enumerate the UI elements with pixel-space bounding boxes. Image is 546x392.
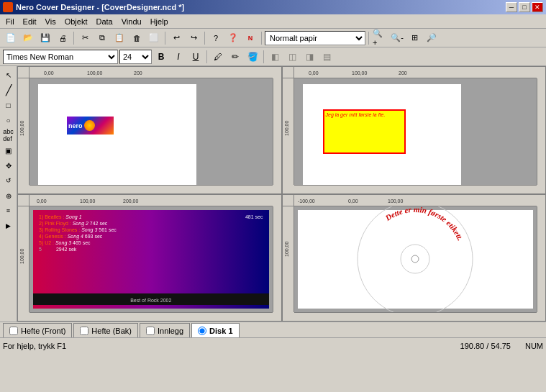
panel-top-left: 0,00 100,00 200 100,00 nero xyxy=(17,66,282,194)
extra-tool2[interactable]: ▶ xyxy=(1,219,16,233)
tab-checkbox-front[interactable] xyxy=(9,327,18,335)
sep1 xyxy=(73,32,74,45)
tab-hefte-bak[interactable]: Hefte (Bak) xyxy=(73,323,138,337)
align-center[interactable]: ◫ xyxy=(284,49,300,65)
maximize-button[interactable]: □ xyxy=(519,2,530,12)
copy-button[interactable]: ⧉ xyxy=(94,30,110,46)
svg-text:200: 200 xyxy=(134,70,142,76)
track-1: 1) Beatles : Song 1 481 sec xyxy=(39,214,263,219)
status-bar: For hjelp, trykk F1 190.80 / 54.75 NUM xyxy=(0,337,546,353)
pointer-tool[interactable]: ↖ xyxy=(1,68,16,82)
open-button[interactable]: 📂 xyxy=(20,30,36,46)
align-left[interactable]: ◧ xyxy=(267,49,283,65)
text-tool[interactable]: abcdef xyxy=(1,128,16,142)
image-tool[interactable]: ▣ xyxy=(1,143,16,158)
font-select[interactable]: Times New Roman xyxy=(3,50,118,64)
ruler-v-tr: 100,00 xyxy=(283,78,294,185)
cut-button[interactable]: ✂ xyxy=(77,30,93,46)
underline-button[interactable]: U xyxy=(188,49,204,65)
scrollbar-h-tl[interactable] xyxy=(29,185,273,193)
rect-tool[interactable]: □ xyxy=(1,98,16,112)
align-right[interactable]: ◨ xyxy=(301,49,317,65)
menu-edit[interactable]: Edit xyxy=(19,16,41,27)
track-5: 5) U2 : Song 3 465 sec xyxy=(39,240,263,245)
zoom-100[interactable]: 🔎 xyxy=(424,30,440,46)
track-4: 4) Genesis : Song 4 693 sec xyxy=(39,234,263,239)
svg-text:100,00: 100,00 xyxy=(19,120,24,136)
extra-tool1[interactable]: ≡ xyxy=(1,204,16,218)
zoom-out-button[interactable]: 🔍- xyxy=(389,30,405,46)
save-button[interactable]: 💾 xyxy=(37,30,53,46)
ruler-h-br: -100,00 0,00 100,00 xyxy=(294,195,537,206)
svg-text:100,00: 100,00 xyxy=(19,248,24,264)
bold-button[interactable]: B xyxy=(153,49,169,65)
menu-fil[interactable]: Fil xyxy=(1,16,19,27)
close-button[interactable]: ✕ xyxy=(532,2,543,12)
svg-text:100,00: 100,00 xyxy=(284,120,289,136)
new-button[interactable]: 📄 xyxy=(3,30,19,46)
canvas-content-br[interactable]: Dette er min første etikett. xyxy=(294,206,537,313)
main-toolbar: 📄 📂 💾 🖨 ✂ ⧉ 📋 🗑 ⬜ ↩ ↪ ? ❓ N Normalt papi… xyxy=(0,29,546,47)
tab-checkbox-innlegg[interactable] xyxy=(146,327,155,335)
format-btn2[interactable]: ⬜ xyxy=(146,30,162,46)
tab-innlegg[interactable]: Innlegg xyxy=(140,323,190,337)
nero-web[interactable]: N xyxy=(242,30,258,46)
zoom-fit[interactable]: ⊞ xyxy=(406,30,422,46)
zoom-in-button[interactable]: 🔍+ xyxy=(372,30,388,46)
move-tool[interactable]: ✥ xyxy=(1,158,16,173)
canvas-content-tl[interactable]: nero xyxy=(29,78,273,185)
menu-vis[interactable]: Vis xyxy=(41,16,60,27)
paint-button[interactable]: 🪣 xyxy=(245,49,260,65)
minimize-button[interactable]: ─ xyxy=(506,2,517,12)
paper-select[interactable]: Normalt papir xyxy=(265,31,365,45)
svg-text:0,00: 0,00 xyxy=(348,199,358,204)
scrollbar-v-br[interactable] xyxy=(537,206,545,313)
font-size-select[interactable]: 24 xyxy=(119,50,152,64)
scrollbar-h-bl[interactable] xyxy=(29,312,273,321)
menu-bar: Fil Edit Vis Objekt Data Vindu Hjelp xyxy=(0,14,546,29)
scrollbar-h-tr[interactable] xyxy=(294,185,537,193)
delete-button[interactable]: 🗑 xyxy=(129,30,145,46)
mode-indicator: NUM xyxy=(525,342,543,350)
ruler-h-tl: 0,00 100,00 200 xyxy=(29,67,273,78)
undo-button[interactable]: ↩ xyxy=(168,30,184,46)
ruler-h-tr: 0,00 100,00 200 xyxy=(294,67,537,78)
line-tool[interactable]: ╱ xyxy=(1,83,16,97)
ellipse-tool[interactable]: ○ xyxy=(1,113,16,127)
help2-button[interactable]: ❓ xyxy=(225,30,241,46)
disk-svg: Dette er min første etikett. xyxy=(354,206,476,313)
tab-hefte-front[interactable]: Hefte (Front) xyxy=(3,323,72,337)
main-area: ↖ ╱ □ ○ abcdef ▣ ✥ ↺ ⊕ ≡ ▶ 0,00 100,00 2… xyxy=(0,66,546,322)
scrollbar-v-bl[interactable] xyxy=(273,206,281,313)
paste-button[interactable]: 📋 xyxy=(112,30,127,46)
canvas-content-tr[interactable]: Jeg la ger mitt første la fte. xyxy=(294,78,537,185)
scrollbar-v-tr[interactable] xyxy=(537,78,545,185)
print-button[interactable]: 🖨 xyxy=(55,30,70,46)
svg-text:100,00: 100,00 xyxy=(352,70,368,76)
menu-hjelp[interactable]: Hjelp xyxy=(146,16,173,27)
scrollbar-h-br[interactable] xyxy=(294,312,537,321)
canvas-content-bl[interactable]: 1) Beatles : Song 1 481 sec 2) Pink Floy… xyxy=(29,206,273,313)
rotate-tool[interactable]: ↺ xyxy=(1,173,16,188)
svg-text:0,00: 0,00 xyxy=(37,199,47,204)
redo-button[interactable]: ↪ xyxy=(186,30,201,46)
menu-objekt[interactable]: Objekt xyxy=(60,16,92,27)
color-button[interactable]: 🖊 xyxy=(210,49,226,65)
align-justify[interactable]: ▤ xyxy=(319,49,335,65)
help-button[interactable]: ? xyxy=(208,30,224,46)
italic-button[interactable]: I xyxy=(170,49,186,65)
tab-checkbox-bak[interactable] xyxy=(80,327,88,335)
ruler-v-bl: 100,00 xyxy=(18,206,29,313)
coordinates: 190.80 / 54.75 xyxy=(460,342,511,350)
help-text: For hjelp, trykk F1 xyxy=(3,342,66,350)
ruler-h-bl: 0,00 100,00 200,00 xyxy=(29,195,273,206)
scrollbar-v-tl[interactable] xyxy=(273,78,281,185)
ruler-corner-tl xyxy=(18,67,29,78)
title-bar-text: Nero Cover Designer - [CoverDesigner.ncd… xyxy=(3,2,184,12)
pencil-button[interactable]: ✏ xyxy=(227,49,243,65)
tab-disk1[interactable]: Disk 1 xyxy=(191,323,239,337)
zoom-tool[interactable]: ⊕ xyxy=(1,188,16,203)
menu-data[interactable]: Data xyxy=(91,16,117,27)
tab-radio-disk1[interactable] xyxy=(198,327,206,335)
menu-vindu[interactable]: Vindu xyxy=(117,16,146,27)
